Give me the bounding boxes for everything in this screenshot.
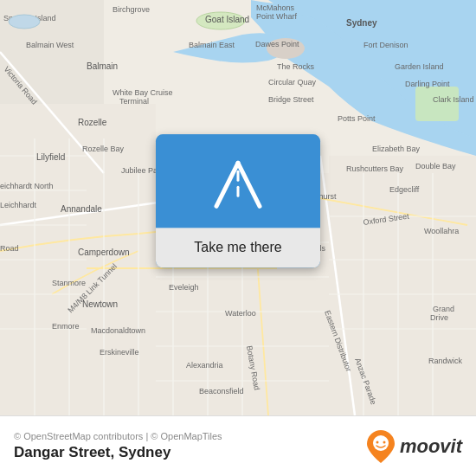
svg-text:Woollahra: Woollahra	[424, 227, 459, 235]
svg-text:Darling Point: Darling Point	[405, 80, 450, 88]
svg-text:Bridge Street: Bridge Street	[268, 95, 314, 104]
svg-text:Goat Island: Goat Island	[205, 15, 249, 24]
svg-text:Balmain East: Balmain East	[189, 41, 235, 49]
svg-text:Macdonaldtown: Macdonaldtown	[91, 326, 145, 335]
svg-text:Birchgrove: Birchgrove	[113, 5, 150, 14]
svg-rect-8	[329, 156, 476, 415]
svg-text:Potts Point: Potts Point	[338, 114, 376, 123]
svg-line-102	[238, 163, 260, 206]
map-container[interactable]: Goat Island Dawes Point Sydney The Rocks…	[0, 0, 476, 415]
svg-text:Rozelle Bay: Rozelle Bay	[82, 145, 125, 153]
svg-text:Annandale: Annandale	[61, 204, 102, 214]
svg-text:White Bay Cruise: White Bay Cruise	[113, 88, 173, 97]
svg-text:Lilyfield: Lilyfield	[36, 152, 65, 162]
svg-text:McMahons: McMahons	[256, 3, 295, 12]
svg-text:Eveleigh: Eveleigh	[169, 283, 199, 292]
svg-text:The Rocks: The Rocks	[277, 62, 315, 71]
svg-text:Edgecliff: Edgecliff	[389, 185, 420, 194]
navigation-overlay-card: Take me there	[156, 134, 320, 267]
svg-text:Point Wharf: Point Wharf	[256, 12, 298, 21]
svg-text:Terminal: Terminal	[119, 97, 149, 106]
svg-text:Camperdown: Camperdown	[78, 248, 129, 257]
svg-text:Grand: Grand	[433, 305, 454, 313]
svg-text:Waterloo: Waterloo	[225, 309, 256, 318]
svg-text:Elizabeth Bay: Elizabeth Bay	[372, 145, 421, 153]
svg-text:eichhardt North: eichhardt North	[0, 182, 54, 190]
svg-rect-2	[415, 87, 459, 121]
svg-text:Sydney: Sydney	[346, 18, 377, 28]
svg-text:Leichhardt: Leichhardt	[0, 201, 37, 209]
svg-text:Clark Island: Clark Island	[433, 95, 474, 104]
moovit-logo: moovit	[367, 430, 462, 463]
svg-text:Road: Road	[0, 244, 19, 253]
svg-text:Fort Denison: Fort Denison	[363, 41, 408, 49]
svg-point-105	[373, 435, 389, 451]
svg-text:Balmain: Balmain	[87, 61, 118, 71]
svg-point-107	[383, 441, 385, 443]
road-icon-area	[156, 134, 320, 228]
svg-point-106	[376, 441, 378, 443]
svg-line-101	[216, 163, 238, 206]
svg-text:Randwick: Randwick	[428, 357, 463, 365]
street-name: Dangar Street, Sydney	[14, 444, 222, 461]
svg-text:Beaconsfield: Beaconsfield	[199, 387, 244, 396]
svg-text:Dawes Point: Dawes Point	[255, 40, 299, 48]
location-info: © OpenStreetMap contributors | © OpenMap…	[14, 431, 222, 461]
svg-text:Newtown: Newtown	[82, 299, 118, 309]
moovit-pin-icon	[367, 430, 395, 463]
svg-text:Drive: Drive	[430, 313, 448, 322]
svg-text:Enmore: Enmore	[52, 322, 80, 331]
svg-text:Garden Island: Garden Island	[395, 62, 444, 71]
svg-text:Double Bay: Double Bay	[415, 162, 456, 170]
moovit-brand-text: moovit	[400, 435, 462, 458]
road-icon	[208, 158, 268, 210]
svg-text:Alexandria: Alexandria	[186, 361, 223, 370]
svg-text:Rozelle: Rozelle	[78, 118, 107, 127]
attribution-text: © OpenStreetMap contributors | © OpenMap…	[14, 431, 222, 441]
bottom-bar: © OpenStreetMap contributors | © OpenMap…	[0, 415, 476, 476]
svg-text:Stanmore: Stanmore	[52, 279, 86, 287]
svg-point-100	[9, 15, 40, 29]
svg-text:Rushcutters Bay: Rushcutters Bay	[346, 164, 404, 173]
svg-text:Erskineville: Erskineville	[100, 348, 139, 357]
svg-text:Circular Quay: Circular Quay	[268, 78, 317, 87]
svg-text:Balmain West: Balmain West	[26, 41, 74, 49]
take-me-there-button[interactable]: Take me there	[156, 228, 320, 267]
